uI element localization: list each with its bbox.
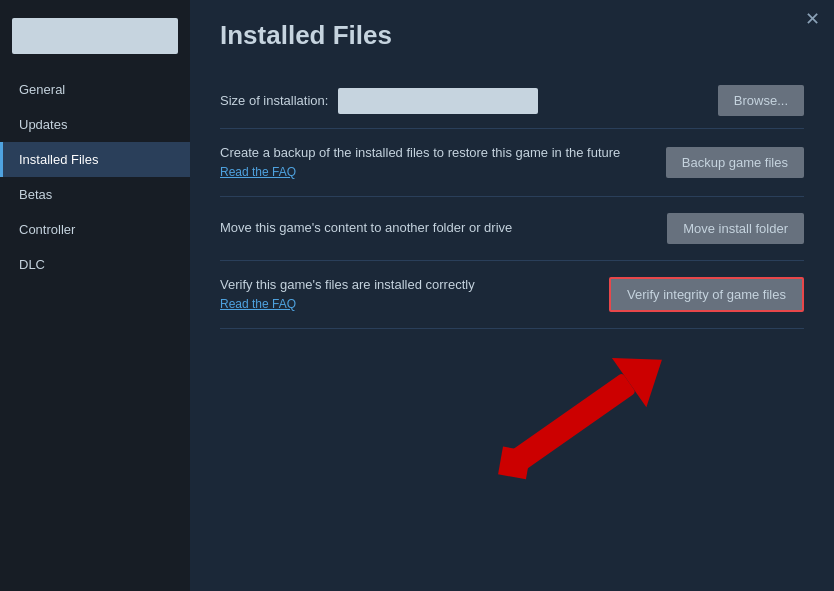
svg-rect-0 <box>508 373 636 473</box>
sidebar-item-installed-files[interactable]: Installed Files <box>0 142 190 177</box>
game-title-bar <box>12 18 178 54</box>
arrow-annotation <box>440 327 720 511</box>
size-input[interactable] <box>338 88 538 114</box>
arrow-svg <box>440 327 720 507</box>
size-row: Size of installation: Browse... <box>220 73 804 129</box>
verify-button[interactable]: Verify integrity of game files <box>609 277 804 312</box>
sidebar-item-dlc[interactable]: DLC <box>0 247 190 282</box>
backup-button[interactable]: Backup game files <box>666 147 804 178</box>
sidebar-item-updates[interactable]: Updates <box>0 107 190 142</box>
sidebar-item-controller[interactable]: Controller <box>0 212 190 247</box>
backup-row: Create a backup of the installed files t… <box>220 129 804 197</box>
move-text-area: Move this game's content to another fold… <box>220 220 667 237</box>
browse-button[interactable]: Browse... <box>718 85 804 116</box>
backup-label: Create a backup of the installed files t… <box>220 145 646 160</box>
verify-text-area: Verify this game's files are installed c… <box>220 277 609 312</box>
main-panel: ✕ Installed Files Size of installation: … <box>190 0 834 591</box>
svg-marker-1 <box>612 335 679 407</box>
move-button[interactable]: Move install folder <box>667 213 804 244</box>
close-button[interactable]: ✕ <box>805 10 820 28</box>
verify-faq-link[interactable]: Read the FAQ <box>220 297 296 311</box>
sidebar: General Updates Installed Files Betas Co… <box>0 0 190 591</box>
verify-label: Verify this game's files are installed c… <box>220 277 589 292</box>
move-label: Move this game's content to another fold… <box>220 220 647 235</box>
verify-row: Verify this game's files are installed c… <box>220 261 804 329</box>
size-label: Size of installation: <box>220 93 328 108</box>
sidebar-item-general[interactable]: General <box>0 72 190 107</box>
sidebar-item-betas[interactable]: Betas <box>0 177 190 212</box>
backup-faq-link[interactable]: Read the FAQ <box>220 165 296 179</box>
move-row: Move this game's content to another fold… <box>220 197 804 261</box>
svg-marker-2 <box>487 435 543 491</box>
page-title: Installed Files <box>220 20 804 51</box>
backup-text-area: Create a backup of the installed files t… <box>220 145 666 180</box>
